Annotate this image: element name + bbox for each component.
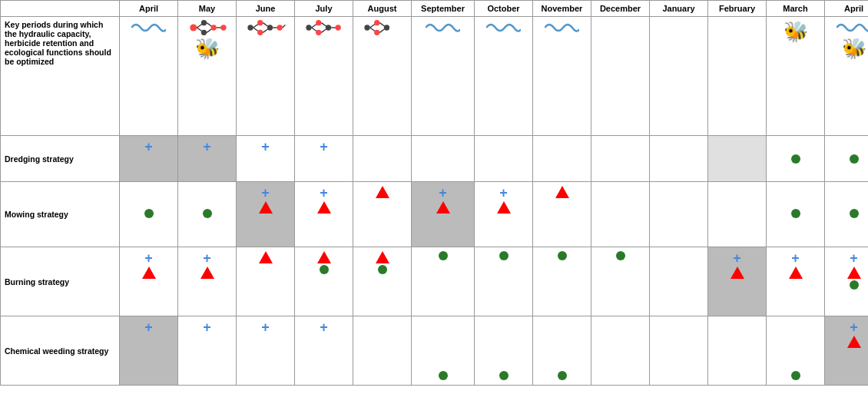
burning-january xyxy=(650,247,708,316)
svg-point-0 xyxy=(190,24,197,31)
plus-icon: + xyxy=(850,251,858,265)
key-march: 🐝 xyxy=(767,17,825,136)
svg-line-20 xyxy=(282,25,285,28)
dot-icon xyxy=(439,251,448,260)
svg-line-26 xyxy=(321,23,326,27)
key-december xyxy=(591,17,650,136)
dot-icon xyxy=(850,209,859,218)
wave-icon-september xyxy=(426,20,460,35)
dredging-february xyxy=(708,136,767,182)
svg-line-5 xyxy=(207,23,211,27)
mowing-march xyxy=(767,182,825,247)
triangle-icon xyxy=(436,201,450,214)
svg-point-28 xyxy=(325,25,330,30)
plus-icon: + xyxy=(203,140,211,154)
dot-icon xyxy=(558,371,567,380)
triangle-icon xyxy=(259,251,273,263)
plus-icon: + xyxy=(439,186,447,200)
header-april2: April xyxy=(825,1,869,17)
header-april1: April xyxy=(120,1,178,17)
svg-line-37 xyxy=(379,29,384,33)
chemical-label: Chemical weeding strategy xyxy=(1,316,120,386)
svg-point-3 xyxy=(200,20,206,25)
svg-point-7 xyxy=(210,25,216,30)
svg-line-12 xyxy=(253,28,257,31)
header-march: March xyxy=(767,1,825,17)
header-june: June xyxy=(237,1,295,17)
dot-icon xyxy=(144,209,154,218)
key-january xyxy=(650,17,708,136)
triangle-icon xyxy=(317,201,331,214)
dredging-june: + xyxy=(237,136,295,182)
wave-icon-april2 xyxy=(837,20,868,35)
mowing-label: Mowing strategy xyxy=(1,182,120,247)
key-september xyxy=(412,17,475,136)
dredging-april1: + xyxy=(120,136,178,182)
svg-line-15 xyxy=(263,23,267,27)
mowing-november xyxy=(533,182,591,247)
svg-point-30 xyxy=(335,25,340,30)
molecule-icon-july xyxy=(302,20,346,35)
dot-icon xyxy=(378,265,387,274)
mowing-october: + xyxy=(475,182,533,247)
plus-icon: + xyxy=(850,320,858,334)
dot-icon xyxy=(558,251,567,260)
row-key: Key periods during which the hydraulic c… xyxy=(1,17,869,136)
header-may: May xyxy=(178,1,237,17)
key-june xyxy=(237,17,295,136)
molecule-icon-august xyxy=(360,20,405,35)
mowing-april1 xyxy=(120,182,178,247)
bee-icon-may: 🐝 xyxy=(195,37,220,61)
key-august xyxy=(353,17,412,136)
dot-icon xyxy=(439,371,448,380)
header-november: November xyxy=(533,1,591,17)
header-october: October xyxy=(475,1,533,17)
svg-line-23 xyxy=(311,28,316,31)
triangle-icon xyxy=(142,267,156,279)
dot-icon xyxy=(203,209,212,218)
chemical-august xyxy=(353,316,412,386)
svg-point-24 xyxy=(316,20,321,25)
triangle-icon xyxy=(200,267,214,279)
mowing-may xyxy=(178,182,237,247)
svg-point-14 xyxy=(257,30,263,35)
dot-icon xyxy=(616,251,625,260)
chemical-october xyxy=(475,316,533,386)
wave-icon-april1 xyxy=(131,20,166,35)
triangle-icon xyxy=(376,251,389,263)
dredging-september xyxy=(412,136,475,182)
wave-icon-october xyxy=(486,20,521,35)
svg-line-33 xyxy=(369,28,374,31)
key-april1 xyxy=(120,17,178,136)
svg-line-2 xyxy=(197,28,201,31)
header-july: July xyxy=(295,1,353,17)
key-may: 🐝 xyxy=(178,17,237,136)
triangle-icon xyxy=(376,186,389,198)
chemical-january xyxy=(650,316,708,386)
svg-point-21 xyxy=(306,25,311,30)
row-burning: Burning strategy + + xyxy=(1,247,869,316)
burning-november xyxy=(533,247,591,316)
bee-icon-march: 🐝 xyxy=(784,20,808,44)
chemical-june: + xyxy=(237,316,295,386)
triangle-icon xyxy=(847,267,861,279)
svg-point-34 xyxy=(374,20,379,25)
dot-icon xyxy=(791,371,800,380)
mowing-february xyxy=(708,182,767,247)
svg-point-13 xyxy=(257,20,263,25)
burning-february: + xyxy=(708,247,767,316)
chemical-may: + xyxy=(178,316,237,386)
bee-icon-april2: 🐝 xyxy=(842,37,866,61)
chemical-september xyxy=(412,316,475,386)
triangle-icon xyxy=(317,251,331,263)
triangle-icon xyxy=(497,201,511,214)
key-november xyxy=(533,17,591,136)
main-table-wrapper: April May June July August September Oct… xyxy=(0,0,868,386)
header-september: September xyxy=(412,1,475,17)
dot-icon xyxy=(791,209,800,218)
header-august: August xyxy=(353,1,412,17)
chemical-march xyxy=(767,316,825,386)
mowing-june: + xyxy=(237,182,295,247)
burning-april1: + xyxy=(120,247,178,316)
mowing-december xyxy=(591,182,650,247)
